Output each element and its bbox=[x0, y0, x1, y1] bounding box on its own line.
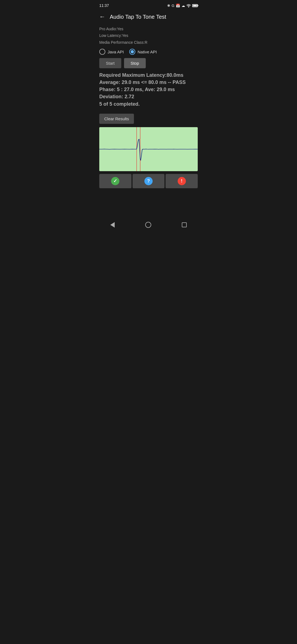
fan-icon: ❋ bbox=[167, 4, 170, 8]
back-button[interactable]: ← bbox=[99, 13, 105, 20]
wifi-icon bbox=[186, 4, 191, 7]
battery-icon bbox=[192, 4, 198, 7]
stop-button[interactable]: Stop bbox=[124, 58, 146, 68]
app-title: Audio Tap To Tone Test bbox=[110, 14, 166, 20]
waveform-svg bbox=[99, 127, 198, 171]
back-triangle-icon bbox=[110, 222, 115, 228]
java-api-radio[interactable]: Java API bbox=[99, 49, 124, 55]
java-api-label: Java API bbox=[108, 50, 124, 54]
question-icon: ? bbox=[144, 177, 153, 185]
app-bar: ← Audio Tap To Tone Test bbox=[95, 10, 202, 24]
api-radio-group: Java API Native API bbox=[99, 49, 198, 55]
control-buttons: Start Stop bbox=[99, 58, 198, 68]
home-circle-icon bbox=[145, 222, 151, 228]
low-latency-info: Low Latency:Yes bbox=[99, 32, 198, 39]
info-button[interactable]: ? bbox=[133, 174, 165, 188]
result-line-2: Average: 29.0 ms <= 80.0 ms -- PASS bbox=[99, 79, 198, 86]
result-action-buttons: ✓ ? ! bbox=[99, 174, 198, 188]
result-line-3: Phase: 5 : 27.0 ms, Ave: 29.0 ms bbox=[99, 86, 198, 93]
svg-point-0 bbox=[188, 7, 189, 7]
recents-square-icon bbox=[182, 222, 187, 227]
nav-back-button[interactable] bbox=[110, 222, 115, 228]
native-api-radio[interactable]: Native API bbox=[129, 49, 157, 55]
start-button[interactable]: Start bbox=[99, 58, 121, 68]
status-time: 11:37 bbox=[99, 3, 109, 8]
check-icon: ✓ bbox=[111, 177, 119, 185]
calendar-icon: 📅 bbox=[176, 4, 180, 8]
waveform-chart bbox=[99, 127, 198, 171]
system-icons: ❋ G 📅 ☁ bbox=[167, 4, 198, 8]
pro-audio-info: Pro Audio:Yes bbox=[99, 26, 198, 32]
error-button[interactable]: ! bbox=[166, 174, 198, 188]
media-performance-info: Media Performance Class:R bbox=[99, 39, 198, 45]
nav-bar bbox=[95, 219, 202, 232]
pass-button[interactable]: ✓ bbox=[99, 174, 131, 188]
clear-results-button[interactable]: Clear Results bbox=[99, 114, 134, 124]
exclaim-icon: ! bbox=[178, 177, 186, 185]
native-api-inner bbox=[131, 50, 134, 53]
native-api-circle bbox=[129, 49, 135, 55]
native-api-label: Native API bbox=[138, 50, 157, 54]
cloud-icon: ☁ bbox=[182, 4, 185, 8]
result-line-1: Required Maximum Latency:80.0ms bbox=[99, 72, 198, 79]
java-api-circle bbox=[99, 49, 105, 55]
result-line-5: 5 of 5 completed. bbox=[99, 100, 198, 108]
nav-home-button[interactable] bbox=[145, 222, 151, 228]
nav-recents-button[interactable] bbox=[182, 222, 187, 227]
results-section: Required Maximum Latency:80.0ms Average:… bbox=[99, 72, 198, 107]
google-icon: G bbox=[172, 4, 174, 8]
result-line-4: Deviation: 2.72 bbox=[99, 93, 198, 100]
status-bar: 11:37 ❋ G 📅 ☁ bbox=[95, 0, 202, 10]
main-content: Pro Audio:Yes Low Latency:Yes Media Perf… bbox=[95, 24, 202, 205]
